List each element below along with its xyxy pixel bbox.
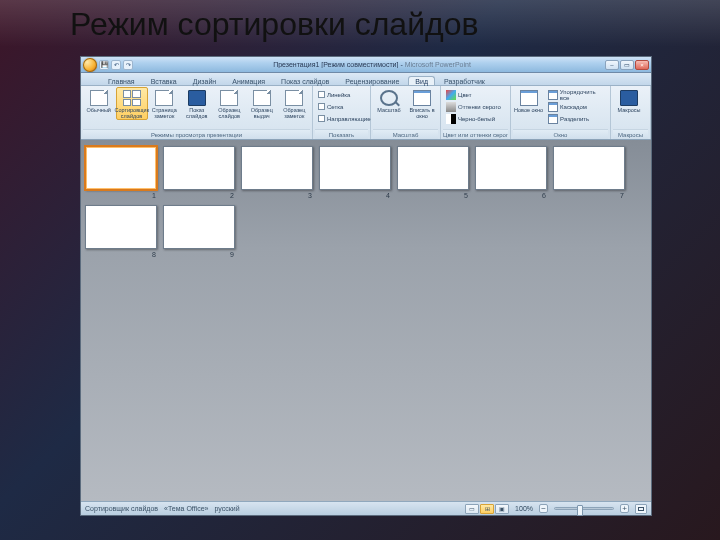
master-handout-button[interactable]: Образец выдач bbox=[246, 87, 278, 120]
view-shortcut-buttons: ▭ ⊞ ▣ bbox=[465, 504, 509, 514]
slide-number: 2 bbox=[230, 192, 235, 199]
slide-thumb-image bbox=[475, 146, 547, 190]
checkbox-icon bbox=[318, 103, 325, 110]
group-color-grayscale: Цвет Оттенки серого Черно-белый Цвет или… bbox=[441, 86, 511, 139]
gridlines-label: Сетка bbox=[327, 104, 343, 110]
zoom-in-button[interactable]: + bbox=[620, 504, 629, 513]
slide-thumbnail[interactable]: 8 bbox=[85, 205, 157, 258]
group-presentation-views: Обычный Сортировщик слайдов Страница зам… bbox=[81, 86, 313, 139]
master-slide-button[interactable]: Образец слайдов bbox=[214, 87, 246, 120]
ruler-checkbox[interactable]: Линейка bbox=[315, 89, 374, 100]
slide-thumb-image bbox=[163, 205, 235, 249]
status-normal-view-button[interactable]: ▭ bbox=[465, 504, 479, 514]
slide-thumbnail[interactable]: 5 bbox=[397, 146, 469, 199]
ruler-label: Линейка bbox=[327, 92, 350, 98]
view-sorter-button[interactable]: Сортировщик слайдов bbox=[116, 87, 148, 120]
app-name: Microsoft PowerPoint bbox=[405, 61, 471, 68]
group-window: Новое окно Упорядочить все Каскадом Разд… bbox=[511, 86, 611, 139]
view-show-button[interactable]: Показ слайдов bbox=[181, 87, 213, 120]
color-mode-button[interactable]: Цвет bbox=[443, 89, 504, 100]
tab-animation[interactable]: Анимация bbox=[225, 76, 272, 85]
bw-mode-button[interactable]: Черно-белый bbox=[443, 113, 504, 124]
group-zoom-label: Масштаб bbox=[373, 129, 438, 139]
minimize-button[interactable]: – bbox=[605, 60, 619, 70]
tab-insert[interactable]: Вставка bbox=[144, 76, 184, 85]
zoom-button[interactable]: Масштаб bbox=[373, 87, 405, 114]
macros-button[interactable]: Макросы bbox=[613, 87, 645, 114]
master-notes-icon bbox=[285, 90, 303, 106]
group-views-label: Режимы просмотра презентации bbox=[83, 129, 310, 139]
macros-icon bbox=[620, 90, 638, 106]
split-button[interactable]: Разделить bbox=[545, 113, 608, 124]
status-view-mode: Сортировщик слайдов bbox=[85, 505, 158, 512]
slide-thumbnail[interactable]: 9 bbox=[163, 205, 235, 258]
page-icon bbox=[90, 90, 108, 106]
grayscale-mode-button[interactable]: Оттенки серого bbox=[443, 101, 504, 112]
master-handout-icon bbox=[253, 90, 271, 106]
maximize-button[interactable]: ▭ bbox=[620, 60, 634, 70]
slide-thumbnail[interactable]: 4 bbox=[319, 146, 391, 199]
grayscale-icon bbox=[446, 102, 456, 112]
slide-thumbnail[interactable]: 2 bbox=[163, 146, 235, 199]
guides-checkbox[interactable]: Направляющие bbox=[315, 113, 374, 124]
grid-icon bbox=[123, 90, 141, 106]
slide-thumb-image bbox=[163, 146, 235, 190]
fit-window-button[interactable]: Вписать в окно bbox=[406, 87, 438, 120]
status-theme-name: Тема Office bbox=[168, 505, 205, 512]
color-icon bbox=[446, 90, 456, 100]
tab-design[interactable]: Дизайн bbox=[186, 76, 224, 85]
close-button[interactable]: × bbox=[635, 60, 649, 70]
tab-slideshow[interactable]: Показ слайдов bbox=[274, 76, 336, 85]
screen-icon bbox=[188, 90, 206, 106]
slide-thumb-image bbox=[241, 146, 313, 190]
slide-sorter-workspace[interactable]: 123456789 bbox=[81, 140, 651, 501]
tab-developer[interactable]: Разработчик bbox=[437, 76, 492, 85]
status-sorter-view-button[interactable]: ⊞ bbox=[480, 504, 494, 514]
slide-thumbnail[interactable]: 1 bbox=[85, 146, 157, 199]
slide-number: 3 bbox=[308, 192, 313, 199]
tab-home[interactable]: Главная bbox=[101, 76, 142, 85]
zoom-slider[interactable] bbox=[554, 507, 614, 510]
master-slide-label: Образец слайдов bbox=[215, 107, 245, 119]
master-notes-button[interactable]: Образец заметок bbox=[279, 87, 311, 120]
new-window-button[interactable]: Новое окно bbox=[513, 87, 544, 114]
status-slideshow-button[interactable]: ▣ bbox=[495, 504, 509, 514]
view-normal-label: Обычный bbox=[87, 107, 111, 113]
slide-number: 6 bbox=[542, 192, 547, 199]
zoom-fit-button[interactable] bbox=[635, 504, 647, 514]
view-notes-button[interactable]: Страница заметок bbox=[149, 87, 181, 120]
notes-page-icon bbox=[155, 90, 173, 106]
ribbon-tabs: Главная Вставка Дизайн Анимация Показ сл… bbox=[81, 73, 651, 86]
undo-button[interactable]: ↶ bbox=[111, 60, 121, 70]
new-window-label: Новое окно bbox=[514, 107, 543, 113]
status-language[interactable]: русский bbox=[214, 505, 239, 512]
zoom-out-button[interactable]: − bbox=[539, 504, 548, 513]
save-button[interactable]: 💾 bbox=[99, 60, 109, 70]
tab-view[interactable]: Вид bbox=[408, 76, 435, 85]
slide-thumb-image bbox=[397, 146, 469, 190]
group-macros: Макросы Макросы bbox=[611, 86, 651, 139]
gridlines-checkbox[interactable]: Сетка bbox=[315, 101, 374, 112]
tab-review[interactable]: Рецензирование bbox=[338, 76, 406, 85]
arrange-label: Упорядочить все bbox=[560, 89, 605, 101]
redo-button[interactable]: ↷ bbox=[123, 60, 133, 70]
slide-number: 8 bbox=[152, 251, 157, 258]
group-macros-label: Макросы bbox=[613, 129, 648, 139]
arrange-all-button[interactable]: Упорядочить все bbox=[545, 89, 608, 100]
bw-icon bbox=[446, 114, 456, 124]
window-controls: – ▭ × bbox=[605, 60, 649, 70]
guides-label: Направляющие bbox=[327, 116, 371, 122]
view-sorter-label: Сортировщик слайдов bbox=[115, 107, 149, 119]
view-normal-button[interactable]: Обычный bbox=[83, 87, 115, 114]
status-theme: «Тема Office» bbox=[164, 505, 208, 512]
status-zoom-value[interactable]: 100% bbox=[515, 505, 533, 512]
slide-number: 9 bbox=[230, 251, 235, 258]
office-button[interactable] bbox=[83, 58, 97, 72]
compat-mode: [Режим совместимости] bbox=[321, 61, 398, 68]
slide-thumbnail[interactable]: 6 bbox=[475, 146, 547, 199]
arrange-icon bbox=[548, 90, 558, 100]
cascade-button[interactable]: Каскадом bbox=[545, 101, 608, 112]
slide-thumbnail[interactable]: 3 bbox=[241, 146, 313, 199]
status-bar: Сортировщик слайдов «Тема Office» русски… bbox=[81, 501, 651, 515]
slide-thumbnail[interactable]: 7 bbox=[553, 146, 625, 199]
